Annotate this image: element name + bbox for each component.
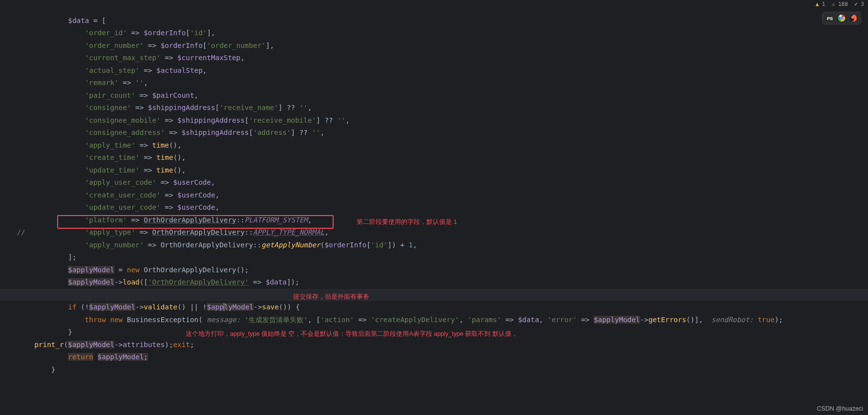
code-line[interactable]: } <box>0 351 868 364</box>
code-line[interactable]: 'apply_number' => OrthOrderApplyDelivery… <box>0 226 868 239</box>
svg-text:PS: PS <box>827 16 833 21</box>
code-line[interactable]: 'create_time' => time(), <box>0 139 868 152</box>
code-line[interactable]: $data = [ <box>0 2 868 15</box>
code-line[interactable]: 'order_number' => $orderInfo['order_numb… <box>0 27 868 40</box>
code-line[interactable]: 'create_user_code' => $userCode, <box>0 176 868 189</box>
float-toolbar: PS <box>822 12 861 24</box>
firefox-icon[interactable] <box>849 14 858 22</box>
inspection-status[interactable]: ▲ 1 ⚠ 188 ✔ 3 <box>816 1 864 7</box>
code-line[interactable]: // $applyModel->setAttributes($data); <box>0 276 868 289</box>
code-line[interactable]: print_r($applyModel->attributes);exit; 这… <box>0 326 868 339</box>
code-line[interactable]: 'update_time' => time(), <box>0 152 868 164</box>
code-line[interactable]: 'current_max_step' => $currentMaxStep, <box>0 40 868 52</box>
code-line[interactable]: 'actual_step' => $actualStep, <box>0 52 868 65</box>
code-line[interactable]: return $applyModel; <box>0 339 868 351</box>
code-line[interactable]: 'apply_time' => time(), <box>0 127 868 139</box>
code-line[interactable]: $applyModel->load(['OrthOrderApplyDelive… <box>0 264 868 277</box>
code-editor[interactable]: $data = [ 'order_id' => $orderInfo['id']… <box>0 0 868 364</box>
code-line[interactable]: // 'apply_type' => OrthOrderApplyDeliver… <box>0 214 868 227</box>
code-line[interactable]: 'consignee_mobile' => $shippingAddress['… <box>0 102 868 114</box>
code-line[interactable]: 'apply_user_code' => $userCode, <box>0 164 868 177</box>
code-line[interactable]: } <box>0 314 868 327</box>
code-line-current[interactable]: if (!$applyModel->validate() || !$applyM… <box>0 289 868 302</box>
phpstorm-icon[interactable]: PS <box>826 14 834 22</box>
code-line[interactable]: 'order_id' => $orderInfo['id'], <box>0 15 868 27</box>
code-line[interactable]: throw new BusinessException( message: '生… <box>0 301 868 314</box>
chrome-icon[interactable] <box>837 14 846 22</box>
code-line[interactable]: 'pair_count' => $pairCount, <box>0 77 868 89</box>
code-line[interactable]: $applyModel = new OrthOrderApplyDelivery… <box>0 251 868 264</box>
code-line[interactable]: ]; <box>0 239 868 252</box>
code-line[interactable]: 'consignee_address' => $shippingAddress[… <box>0 114 868 127</box>
svg-point-6 <box>841 17 843 19</box>
code-line[interactable]: 'update_user_code' => $userCode, <box>0 189 868 202</box>
inspection-counts: ▲ 1 ⚠ 188 ✔ 3 <box>816 1 864 7</box>
code-line[interactable]: 'consignee' => $shippingAddress['receive… <box>0 89 868 102</box>
code-line[interactable]: 'platform' => OrthOrderApplyDelivery::PL… <box>0 201 868 214</box>
code-line[interactable]: 'remark' => '', <box>0 65 868 77</box>
watermark: CSDN @huazeci <box>817 405 863 412</box>
